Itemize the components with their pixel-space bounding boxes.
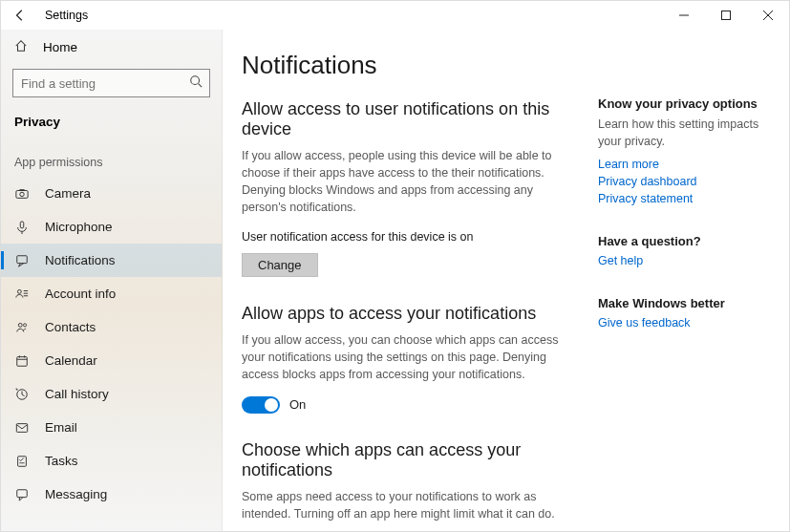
sidebar-item-contacts[interactable]: Contacts: [1, 310, 222, 344]
home-icon: [14, 39, 28, 55]
search-icon: [189, 74, 203, 92]
aside-panel: Know your privacy options Learn how this…: [598, 30, 789, 531]
sidebar-item-label: Call history: [45, 387, 109, 401]
svg-point-4: [191, 76, 200, 85]
sidebar-item-call-history[interactable]: Call history: [1, 377, 222, 411]
section3-desc: Some apps need access to your notificati…: [242, 488, 579, 522]
maximize-button[interactable]: [705, 1, 747, 30]
aside-question-heading: Have a question?: [598, 234, 774, 248]
main-panel: Notifications Allow access to user notif…: [223, 30, 598, 531]
section1-status: User notification access for this device…: [242, 230, 579, 244]
minimize-button[interactable]: [663, 1, 705, 30]
svg-point-7: [20, 192, 24, 196]
search-input[interactable]: [12, 69, 210, 97]
sidebar-item-account-info[interactable]: Account info: [1, 277, 222, 310]
notifications-icon: [14, 254, 30, 267]
aside-privacy-desc: Learn how this setting impacts your priv…: [598, 117, 774, 150]
link-get-help[interactable]: Get help: [598, 254, 774, 267]
link-learn-more[interactable]: Learn more: [598, 158, 774, 171]
svg-rect-23: [18, 456, 27, 466]
aside-privacy: Know your privacy options Learn how this…: [598, 96, 774, 205]
svg-rect-17: [17, 356, 28, 366]
sidebar: Home Privacy App permissions Camera: [1, 30, 223, 531]
aside-feedback-heading: Make Windows better: [598, 296, 774, 310]
sidebar-item-label: Email: [45, 420, 77, 435]
sidebar-item-label: Notifications: [45, 253, 116, 267]
sidebar-item-calendar[interactable]: Calendar: [1, 344, 222, 377]
sidebar-item-label: Contacts: [45, 320, 96, 334]
svg-point-11: [17, 289, 21, 293]
section-app-access: Allow apps to access your notifications …: [242, 304, 579, 414]
link-privacy-dashboard[interactable]: Privacy dashboard: [598, 175, 774, 188]
svg-rect-22: [16, 423, 27, 432]
aside-feedback: Make Windows better Give us feedback: [598, 296, 774, 330]
section1-heading: Allow access to user notifications on th…: [242, 99, 579, 139]
link-give-feedback[interactable]: Give us feedback: [598, 316, 774, 330]
svg-rect-25: [17, 489, 28, 497]
titlebar: Settings: [1, 1, 789, 30]
sidebar-home-label: Home: [43, 40, 77, 54]
app-access-toggle[interactable]: [242, 396, 280, 414]
sidebar-item-camera[interactable]: Camera: [1, 177, 222, 210]
section1-desc: If you allow access, people using this d…: [242, 147, 579, 217]
sidebar-item-tasks[interactable]: Tasks: [1, 444, 222, 478]
toggle-state-label: On: [289, 397, 306, 412]
svg-rect-1: [722, 11, 731, 20]
email-icon: [14, 421, 30, 435]
svg-line-5: [199, 84, 203, 88]
sidebar-item-messaging[interactable]: Messaging: [1, 478, 222, 511]
account-icon: [14, 287, 30, 301]
contacts-icon: [14, 321, 30, 334]
microphone-icon: [14, 221, 30, 234]
settings-window: Settings Home Privacy: [0, 0, 790, 532]
sidebar-item-label: Account info: [45, 287, 116, 301]
camera-icon: [14, 187, 30, 201]
svg-point-15: [18, 323, 22, 327]
messaging-icon: [14, 488, 30, 501]
svg-point-16: [23, 323, 26, 326]
back-button[interactable]: [12, 8, 28, 23]
section-device-access: Allow access to user notifications on th…: [242, 99, 579, 277]
close-button[interactable]: [747, 1, 789, 30]
aside-privacy-heading: Know your privacy options: [598, 96, 774, 111]
section-choose-apps: Choose which apps can access your notifi…: [242, 440, 579, 522]
sidebar-item-label: Tasks: [45, 454, 78, 468]
sidebar-section-title: Privacy: [1, 105, 222, 140]
calendar-icon: [14, 354, 30, 368]
sidebar-item-label: Microphone: [45, 220, 113, 234]
sidebar-item-label: Camera: [45, 186, 91, 201]
sidebar-group-label: App permissions: [1, 144, 222, 177]
sidebar-item-label: Messaging: [45, 487, 107, 501]
sidebar-item-label: Calendar: [45, 353, 97, 368]
svg-rect-8: [19, 189, 24, 191]
section3-heading: Choose which apps can access your notifi…: [242, 440, 579, 480]
svg-rect-10: [17, 255, 28, 263]
sidebar-item-notifications[interactable]: Notifications: [1, 244, 222, 277]
sidebar-home[interactable]: Home: [1, 30, 222, 65]
section2-desc: If you allow access, you can choose whic…: [242, 331, 579, 383]
change-button[interactable]: Change: [242, 253, 318, 277]
content: Notifications Allow access to user notif…: [223, 30, 789, 531]
aside-question: Have a question? Get help: [598, 234, 774, 267]
call-history-icon: [14, 388, 30, 401]
svg-rect-9: [20, 221, 24, 227]
search-wrap: [12, 69, 210, 97]
sidebar-item-microphone[interactable]: Microphone: [1, 210, 222, 244]
nav-list: Camera Microphone Notifications Account …: [1, 177, 222, 511]
app-title: Settings: [45, 9, 88, 22]
sidebar-item-email[interactable]: Email: [1, 411, 222, 444]
page-title: Notifications: [242, 51, 579, 80]
tasks-icon: [14, 455, 30, 468]
svg-rect-6: [16, 190, 28, 198]
section2-heading: Allow apps to access your notifications: [242, 304, 579, 324]
link-privacy-statement[interactable]: Privacy statement: [598, 192, 774, 205]
